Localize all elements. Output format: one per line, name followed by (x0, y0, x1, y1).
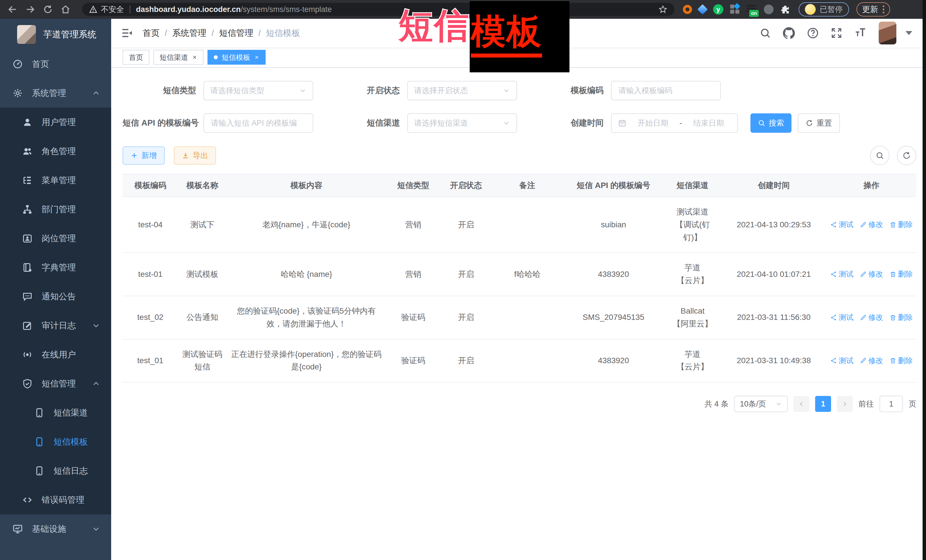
extension-grid-icon[interactable] (730, 5, 740, 14)
start-date-placeholder[interactable]: 开始日期 (631, 118, 675, 128)
extension-gem-icon[interactable] (698, 4, 708, 15)
api-template-input[interactable] (210, 118, 306, 128)
tab-sms-template[interactable]: 短信模板 (207, 50, 266, 65)
col-template-code: 模板编码 (123, 174, 178, 197)
search-button[interactable]: 搜索 (750, 113, 791, 133)
breadcrumb-separator: / (259, 28, 261, 38)
page-size-select[interactable]: 10条/页 (734, 395, 788, 412)
search-icon[interactable] (760, 27, 771, 39)
delete-link[interactable]: 删除 (890, 355, 913, 367)
reset-button[interactable]: 重置 (798, 113, 840, 133)
fullscreen-icon[interactable] (831, 27, 842, 39)
extensions-puzzle-icon[interactable] (780, 5, 790, 14)
edit-link[interactable]: 修改 (860, 268, 883, 280)
refresh-table-button[interactable] (897, 146, 916, 165)
page-1-button[interactable]: 1 (815, 396, 831, 412)
channel-select[interactable]: 请选择短信渠道 (407, 113, 517, 133)
test-link[interactable]: 测试 (830, 312, 853, 324)
breadcrumb-sms[interactable]: 短信管理 (219, 27, 253, 39)
sidebar-item-online-users[interactable]: 在线用户 (0, 340, 111, 369)
create-time-range-picker[interactable]: 开始日期 - 结束日期 (611, 113, 738, 133)
close-icon[interactable] (254, 55, 259, 60)
goto-page-input[interactable] (879, 395, 903, 412)
search-icon (876, 151, 884, 160)
sidebar-item-role-mgmt[interactable]: 角色管理 (0, 137, 111, 166)
sidebar-item-sms-template[interactable]: 短信模板 (0, 427, 111, 456)
page-unit: 页 (909, 399, 916, 409)
edit-link[interactable]: 修改 (860, 219, 883, 231)
trash-icon (890, 221, 896, 228)
extension-camera-icon[interactable] (764, 5, 773, 14)
pen-icon (860, 357, 867, 364)
browser-forward-icon[interactable] (25, 4, 35, 15)
delete-link[interactable]: 删除 (890, 268, 913, 280)
sidebar-item-dept-mgmt[interactable]: 部门管理 (0, 195, 111, 224)
close-icon[interactable] (192, 55, 197, 60)
edit-link[interactable]: 修改 (860, 355, 883, 367)
sidebar-item-menu-mgmt[interactable]: 菜单管理 (0, 166, 111, 195)
bookmark-star-icon[interactable] (658, 5, 667, 14)
trash-icon (890, 357, 896, 364)
test-link[interactable]: 测试 (830, 355, 853, 367)
hamburger-fold-icon[interactable] (121, 27, 133, 39)
sidebar-item-dict-mgmt[interactable]: 字典管理 (0, 253, 111, 282)
prev-page-button[interactable] (793, 396, 809, 412)
delete-link[interactable]: 删除 (890, 219, 913, 231)
toggle-search-button[interactable] (870, 146, 890, 165)
tags-view-bar: 首页 短信渠道 短信模板 (111, 47, 923, 68)
sidebar-item-notice[interactable]: 通知公告 (0, 282, 111, 311)
site-security[interactable]: 不安全 (89, 4, 124, 15)
sidebar-item-sms-mgmt[interactable]: 短信管理 (0, 369, 111, 398)
address-bar[interactable]: 不安全 dashboard.yudao.iocoder.cn /system/s… (82, 3, 674, 16)
sidebar-item-user-mgmt[interactable]: 用户管理 (0, 108, 111, 137)
extension-ring-icon[interactable] (683, 5, 692, 14)
browser-home-icon[interactable] (61, 4, 71, 15)
tab-sms-channel[interactable]: 短信渠道 (153, 50, 203, 65)
sidebar-item-infrastructure[interactable]: 基础设施 (0, 515, 111, 543)
test-link[interactable]: 测试 (830, 268, 853, 280)
sidebar-item-audit-log[interactable]: 审计日志 (0, 311, 111, 340)
browser-menu-dots-icon[interactable] (883, 5, 884, 14)
profile-paused-chip[interactable]: 已暂停 (799, 2, 849, 17)
github-icon[interactable] (783, 27, 795, 39)
gear-icon (12, 88, 23, 98)
edit-link[interactable]: 修改 (860, 312, 883, 324)
browser-update-button[interactable]: 更新 (856, 2, 890, 17)
browser-reload-icon[interactable] (43, 4, 53, 15)
extension-y-icon[interactable]: y (713, 4, 723, 15)
shield-check-icon (22, 379, 32, 389)
table-header-row: 模板编码 模板名称 模板内容 短信类型 开启状态 备注 短信 API 的模板编号… (123, 174, 916, 197)
col-remark: 备注 (492, 174, 563, 197)
template-code-input[interactable] (618, 86, 714, 95)
active-dot-icon (214, 55, 218, 59)
app-logo[interactable]: 芋道管理系统 (0, 19, 111, 50)
sidebar-item-sms-log[interactable]: 短信日志 (0, 456, 111, 485)
end-date-placeholder[interactable]: 结束日期 (686, 118, 731, 128)
help-icon[interactable] (807, 27, 819, 39)
sidebar-item-system-mgmt[interactable]: 系统管理 (0, 78, 111, 108)
browser-back-icon[interactable] (8, 4, 18, 15)
extension-list-icon[interactable]: on (747, 4, 757, 15)
font-size-icon[interactable] (854, 27, 867, 39)
test-link[interactable]: 测试 (830, 219, 853, 231)
breadcrumb: 首页 / 系统管理 / 短信管理 / 短信模板 (142, 27, 300, 39)
filter-row-1: 短信类型 请选择短信类型 开启状态 请选择开启状态 模板编码 (123, 81, 916, 100)
sidebar-item-sms-channel[interactable]: 短信渠道 (0, 398, 111, 427)
tab-home[interactable]: 首页 (123, 50, 149, 65)
breadcrumb-system[interactable]: 系统管理 (172, 27, 206, 39)
caret-down-icon[interactable] (905, 31, 912, 35)
chevron-down-icon (92, 321, 100, 330)
sidebar-item-post-mgmt[interactable]: 岗位管理 (0, 224, 111, 253)
next-page-button[interactable] (837, 396, 853, 412)
sidebar-item-home[interactable]: 首页 (0, 50, 111, 78)
export-button[interactable]: 导出 (174, 146, 216, 165)
status-select[interactable]: 请选择开启状态 (407, 81, 517, 100)
sms-type-select[interactable]: 请选择短信类型 (203, 81, 313, 100)
delete-link[interactable]: 删除 (890, 312, 913, 324)
breadcrumb-home[interactable]: 首页 (142, 27, 160, 39)
user-avatar[interactable] (879, 22, 896, 44)
sidebar-item-error-code[interactable]: 错误码管理 (0, 485, 111, 515)
add-button[interactable]: 新增 (123, 146, 165, 165)
goto-label: 前往 (858, 399, 874, 409)
toolbar-right (870, 146, 916, 165)
